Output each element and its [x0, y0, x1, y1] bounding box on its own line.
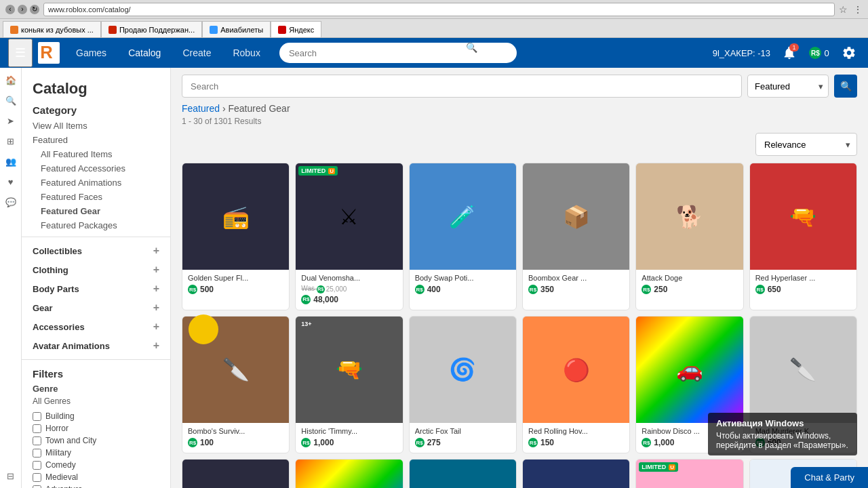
nav-featured-packages[interactable]: Featured Packages — [22, 218, 170, 232]
item-card-2[interactable]: 🧪 Body Swap Poti... R$ 400 — [409, 163, 517, 310]
results-count: 1 - 30 of 1301 Results — [182, 117, 857, 126]
menu-icon[interactable]: ⋮ — [853, 4, 863, 15]
nav-all-featured[interactable]: All Featured Items — [22, 147, 170, 161]
config-icon[interactable]: ⊟ — [1, 466, 20, 485]
genre-military[interactable]: Military — [33, 447, 159, 459]
genre-horror-checkbox[interactable] — [33, 424, 41, 433]
nav-view-all[interactable]: View All Items — [22, 119, 170, 133]
nav-clothing-header[interactable]: Clothing + — [22, 260, 170, 279]
chat-icon[interactable]: 💬 — [1, 192, 20, 211]
grid-icon[interactable]: ⊞ — [1, 131, 20, 150]
item-emoji-10: 🚗 — [676, 357, 703, 382]
item-card-3[interactable]: 📦 Boombox Gear ... R$ 350 — [522, 163, 630, 310]
arrow-icon[interactable]: ➤ — [1, 111, 20, 130]
genre-comedy-checkbox[interactable] — [33, 461, 41, 470]
divider-1 — [22, 237, 170, 237]
sort-select[interactable]: Relevance — [755, 133, 857, 156]
nav-avatar-animations-header[interactable]: Avatar Animations + — [22, 336, 170, 355]
breadcrumb: Featured › Featured Gear — [182, 103, 857, 114]
item-card-12[interactable]: 🔱 Korblox Mage S... R$ 1,000 — [182, 459, 290, 488]
item-card-8[interactable]: 🌀 Arctic Fox Tail R$ 275 — [409, 316, 517, 453]
nav-notifications[interactable]: 1 — [778, 42, 800, 64]
tab-3[interactable]: Авиабилеты — [202, 21, 271, 37]
genre-comedy[interactable]: Comedy — [33, 459, 159, 471]
genre-town[interactable]: Town and City — [33, 434, 159, 447]
item-card-5[interactable]: 🔫 Red Hyperlaser ... R$ 650 — [749, 163, 857, 310]
item-card-15[interactable]: 🌀 Gravity Coil R$ 250 — [522, 459, 630, 488]
nav-collectibles-header[interactable]: Collectibles + — [22, 241, 170, 260]
explore-icon[interactable]: 🔍 — [1, 91, 20, 110]
nav-search-input[interactable] — [279, 43, 517, 63]
nav-featured-gear[interactable]: Featured Gear — [22, 204, 170, 218]
genre-medieval-checkbox[interactable] — [33, 473, 41, 482]
item-card-4[interactable]: 🐕 Attack Doge R$ 250 — [635, 163, 743, 310]
genre-medieval[interactable]: Medieval — [33, 471, 159, 483]
nav-right-section: 9l_ХАКЕР: -13 1 R$ 0 — [713, 42, 860, 64]
roblox-logo[interactable]: R — [38, 42, 60, 64]
nav-featured-section[interactable]: Featured — [22, 133, 170, 147]
all-genres-label: All Genres — [33, 396, 159, 406]
chat-party-button[interactable]: Chat & Party — [791, 467, 868, 488]
nav-robux[interactable]: Robux — [222, 38, 271, 68]
reload-btn[interactable]: ↻ — [30, 5, 39, 14]
nav-search-container: 🔍 — [279, 43, 483, 63]
item-card-14[interactable]: 🦅 Icy Arctic Fowl R$ 500 — [409, 459, 517, 488]
nav-search-button[interactable]: 🔍 — [466, 42, 477, 53]
item-card-1[interactable]: ⚔ LIMITED U Dual Venomsha... Was R$ 25,0… — [295, 163, 403, 310]
tab-label-4: Яндекс — [289, 26, 314, 34]
tabs-bar: коньяк из дубовых ... Продаю Поддержан..… — [0, 19, 868, 38]
item-card-9[interactable]: 🔴 Red Rolling Hov... R$ 150 — [522, 316, 630, 453]
item-price-value-2: 400 — [427, 285, 441, 294]
nav-accessories-header[interactable]: Accessories + — [22, 317, 170, 336]
item-price-value-5: 650 — [768, 285, 781, 294]
hamburger-button[interactable]: ☰ — [8, 39, 33, 67]
genre-building[interactable]: Building — [33, 410, 159, 422]
nav-featured-faces[interactable]: Featured Faces — [22, 190, 170, 204]
item-price-value-4: 250 — [654, 285, 667, 294]
nav-featured-accessories[interactable]: Featured Accessories — [22, 161, 170, 176]
tab-2[interactable]: Продаю Поддержан... — [101, 21, 202, 37]
filter-select[interactable]: Featured — [747, 75, 829, 98]
nav-username[interactable]: 9l_ХАКЕР: -13 — [713, 48, 770, 58]
star-icon[interactable]: ☆ — [839, 4, 848, 15]
robux-sym-2: R$ — [415, 285, 425, 294]
tab-4[interactable]: Яндекс — [271, 21, 321, 37]
item-card-0[interactable]: 📻 Golden Super Fl... R$ 500 — [182, 163, 290, 310]
heart-icon[interactable]: ♥ — [1, 172, 20, 191]
tab-1[interactable]: коньяк из дубовых ... — [3, 21, 101, 37]
item-card-7[interactable]: 🔫 13+ Historic 'Timmy... R$ 1,000 — [295, 316, 403, 453]
content-search-input[interactable] — [182, 75, 742, 98]
nav-create[interactable]: Create — [172, 38, 222, 68]
nav-body-parts-header[interactable]: Body Parts + — [22, 279, 170, 298]
item-image-1: ⚔ LIMITED U — [296, 163, 402, 270]
item-card-13[interactable]: ✨ Rainbow Magic ... R$ 700 — [295, 459, 403, 488]
address-bar[interactable] — [43, 3, 835, 16]
content-search-button[interactable]: 🔍 — [834, 75, 857, 98]
breadcrumb-featured[interactable]: Featured — [182, 103, 220, 114]
genre-military-checkbox[interactable] — [33, 449, 41, 458]
nav-catalog[interactable]: Catalog — [117, 38, 172, 68]
item-price-value-10: 1,000 — [654, 438, 674, 447]
genre-horror[interactable]: Horror — [33, 422, 159, 434]
genre-building-checkbox[interactable] — [33, 412, 41, 421]
nav-settings[interactable] — [838, 42, 860, 64]
nav-gear-header[interactable]: Gear + — [22, 298, 170, 317]
username-text: 9l_ХАКЕР: -13 — [713, 48, 770, 58]
back-btn[interactable]: ‹ — [5, 5, 15, 14]
item-card-16[interactable]: 🦄 LIMITED U Fluffy Unicorn Was R$ 200 R$… — [635, 459, 743, 488]
forward-btn[interactable]: › — [18, 5, 27, 14]
genre-adventure[interactable]: Adventure — [33, 483, 159, 488]
robux-sym-1: R$ — [301, 295, 311, 304]
item-emoji-1: ⚔ — [339, 204, 359, 230]
item-price-0: R$ 500 — [188, 285, 283, 294]
nav-games[interactable]: Games — [65, 38, 117, 68]
friends-icon[interactable]: 👥 — [1, 152, 20, 171]
genre-town-checkbox[interactable] — [33, 436, 41, 445]
sort-select-wrapper: Relevance — [755, 133, 857, 156]
item-name-9: Red Rolling Hov... — [528, 427, 624, 435]
genre-adventure-checkbox[interactable] — [33, 485, 41, 489]
nav-robux-balance[interactable]: R$ 0 — [808, 42, 830, 64]
win-activate-title: Активация Windows — [716, 418, 849, 428]
home-icon[interactable]: 🏠 — [1, 70, 20, 89]
nav-featured-animations[interactable]: Featured Animations — [22, 176, 170, 190]
